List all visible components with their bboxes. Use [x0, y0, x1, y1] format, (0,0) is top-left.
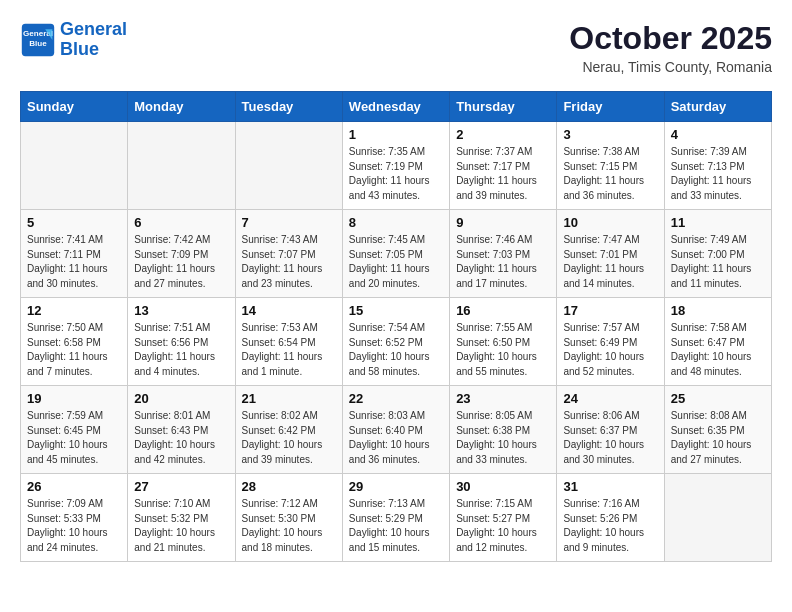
day-info: Sunrise: 7:41 AM Sunset: 7:11 PM Dayligh…	[27, 233, 121, 291]
day-number: 15	[349, 303, 443, 318]
calendar-week-row: 19Sunrise: 7:59 AM Sunset: 6:45 PM Dayli…	[21, 386, 772, 474]
day-number: 19	[27, 391, 121, 406]
calendar-day-cell: 17Sunrise: 7:57 AM Sunset: 6:49 PM Dayli…	[557, 298, 664, 386]
day-info: Sunrise: 8:05 AM Sunset: 6:38 PM Dayligh…	[456, 409, 550, 467]
calendar-day-cell	[21, 122, 128, 210]
page-header: General Blue General Blue October 2025 N…	[20, 20, 772, 75]
day-info: Sunrise: 8:08 AM Sunset: 6:35 PM Dayligh…	[671, 409, 765, 467]
calendar-day-cell: 26Sunrise: 7:09 AM Sunset: 5:33 PM Dayli…	[21, 474, 128, 562]
day-number: 12	[27, 303, 121, 318]
day-number: 9	[456, 215, 550, 230]
calendar-day-cell: 30Sunrise: 7:15 AM Sunset: 5:27 PM Dayli…	[450, 474, 557, 562]
day-number: 4	[671, 127, 765, 142]
calendar-day-cell: 29Sunrise: 7:13 AM Sunset: 5:29 PM Dayli…	[342, 474, 449, 562]
day-info: Sunrise: 7:35 AM Sunset: 7:19 PM Dayligh…	[349, 145, 443, 203]
calendar-day-cell	[235, 122, 342, 210]
day-info: Sunrise: 7:57 AM Sunset: 6:49 PM Dayligh…	[563, 321, 657, 379]
day-info: Sunrise: 7:39 AM Sunset: 7:13 PM Dayligh…	[671, 145, 765, 203]
day-info: Sunrise: 7:45 AM Sunset: 7:05 PM Dayligh…	[349, 233, 443, 291]
day-number: 25	[671, 391, 765, 406]
day-info: Sunrise: 7:12 AM Sunset: 5:30 PM Dayligh…	[242, 497, 336, 555]
day-number: 26	[27, 479, 121, 494]
day-of-week-header: Monday	[128, 92, 235, 122]
logo: General Blue General Blue	[20, 20, 127, 60]
day-info: Sunrise: 7:42 AM Sunset: 7:09 PM Dayligh…	[134, 233, 228, 291]
day-number: 20	[134, 391, 228, 406]
day-of-week-header: Wednesday	[342, 92, 449, 122]
day-info: Sunrise: 7:09 AM Sunset: 5:33 PM Dayligh…	[27, 497, 121, 555]
calendar-day-cell: 8Sunrise: 7:45 AM Sunset: 7:05 PM Daylig…	[342, 210, 449, 298]
day-info: Sunrise: 7:49 AM Sunset: 7:00 PM Dayligh…	[671, 233, 765, 291]
calendar-day-cell	[664, 474, 771, 562]
calendar-day-cell: 16Sunrise: 7:55 AM Sunset: 6:50 PM Dayli…	[450, 298, 557, 386]
days-of-week-row: SundayMondayTuesdayWednesdayThursdayFrid…	[21, 92, 772, 122]
title-block: October 2025 Nerau, Timis County, Romani…	[569, 20, 772, 75]
day-info: Sunrise: 8:03 AM Sunset: 6:40 PM Dayligh…	[349, 409, 443, 467]
month-title: October 2025	[569, 20, 772, 57]
calendar-day-cell: 19Sunrise: 7:59 AM Sunset: 6:45 PM Dayli…	[21, 386, 128, 474]
day-number: 17	[563, 303, 657, 318]
day-number: 14	[242, 303, 336, 318]
calendar-day-cell: 25Sunrise: 8:08 AM Sunset: 6:35 PM Dayli…	[664, 386, 771, 474]
day-info: Sunrise: 8:01 AM Sunset: 6:43 PM Dayligh…	[134, 409, 228, 467]
day-info: Sunrise: 7:51 AM Sunset: 6:56 PM Dayligh…	[134, 321, 228, 379]
calendar-day-cell: 22Sunrise: 8:03 AM Sunset: 6:40 PM Dayli…	[342, 386, 449, 474]
day-info: Sunrise: 7:37 AM Sunset: 7:17 PM Dayligh…	[456, 145, 550, 203]
calendar-day-cell: 4Sunrise: 7:39 AM Sunset: 7:13 PM Daylig…	[664, 122, 771, 210]
day-number: 6	[134, 215, 228, 230]
calendar-day-cell: 21Sunrise: 8:02 AM Sunset: 6:42 PM Dayli…	[235, 386, 342, 474]
day-info: Sunrise: 7:59 AM Sunset: 6:45 PM Dayligh…	[27, 409, 121, 467]
calendar-day-cell: 12Sunrise: 7:50 AM Sunset: 6:58 PM Dayli…	[21, 298, 128, 386]
calendar-day-cell: 15Sunrise: 7:54 AM Sunset: 6:52 PM Dayli…	[342, 298, 449, 386]
calendar-day-cell: 20Sunrise: 8:01 AM Sunset: 6:43 PM Dayli…	[128, 386, 235, 474]
calendar-day-cell: 3Sunrise: 7:38 AM Sunset: 7:15 PM Daylig…	[557, 122, 664, 210]
day-info: Sunrise: 8:02 AM Sunset: 6:42 PM Dayligh…	[242, 409, 336, 467]
day-number: 16	[456, 303, 550, 318]
day-number: 11	[671, 215, 765, 230]
day-of-week-header: Friday	[557, 92, 664, 122]
day-info: Sunrise: 7:46 AM Sunset: 7:03 PM Dayligh…	[456, 233, 550, 291]
calendar-day-cell: 27Sunrise: 7:10 AM Sunset: 5:32 PM Dayli…	[128, 474, 235, 562]
day-info: Sunrise: 7:38 AM Sunset: 7:15 PM Dayligh…	[563, 145, 657, 203]
day-number: 22	[349, 391, 443, 406]
day-number: 5	[27, 215, 121, 230]
day-number: 1	[349, 127, 443, 142]
day-number: 24	[563, 391, 657, 406]
svg-text:Blue: Blue	[29, 39, 47, 48]
location-subtitle: Nerau, Timis County, Romania	[569, 59, 772, 75]
day-info: Sunrise: 8:06 AM Sunset: 6:37 PM Dayligh…	[563, 409, 657, 467]
day-number: 27	[134, 479, 228, 494]
day-number: 8	[349, 215, 443, 230]
logo-text: General Blue	[60, 20, 127, 60]
day-info: Sunrise: 7:47 AM Sunset: 7:01 PM Dayligh…	[563, 233, 657, 291]
calendar-day-cell: 6Sunrise: 7:42 AM Sunset: 7:09 PM Daylig…	[128, 210, 235, 298]
calendar-day-cell: 7Sunrise: 7:43 AM Sunset: 7:07 PM Daylig…	[235, 210, 342, 298]
day-of-week-header: Saturday	[664, 92, 771, 122]
day-number: 29	[349, 479, 443, 494]
calendar-header: SundayMondayTuesdayWednesdayThursdayFrid…	[21, 92, 772, 122]
calendar-day-cell: 28Sunrise: 7:12 AM Sunset: 5:30 PM Dayli…	[235, 474, 342, 562]
calendar-day-cell: 11Sunrise: 7:49 AM Sunset: 7:00 PM Dayli…	[664, 210, 771, 298]
calendar-day-cell: 14Sunrise: 7:53 AM Sunset: 6:54 PM Dayli…	[235, 298, 342, 386]
day-number: 23	[456, 391, 550, 406]
day-of-week-header: Sunday	[21, 92, 128, 122]
day-of-week-header: Tuesday	[235, 92, 342, 122]
day-number: 3	[563, 127, 657, 142]
calendar-day-cell: 18Sunrise: 7:58 AM Sunset: 6:47 PM Dayli…	[664, 298, 771, 386]
calendar-day-cell: 24Sunrise: 8:06 AM Sunset: 6:37 PM Dayli…	[557, 386, 664, 474]
calendar-week-row: 26Sunrise: 7:09 AM Sunset: 5:33 PM Dayli…	[21, 474, 772, 562]
calendar-week-row: 12Sunrise: 7:50 AM Sunset: 6:58 PM Dayli…	[21, 298, 772, 386]
day-number: 18	[671, 303, 765, 318]
day-number: 10	[563, 215, 657, 230]
calendar-day-cell: 13Sunrise: 7:51 AM Sunset: 6:56 PM Dayli…	[128, 298, 235, 386]
day-info: Sunrise: 7:43 AM Sunset: 7:07 PM Dayligh…	[242, 233, 336, 291]
day-info: Sunrise: 7:13 AM Sunset: 5:29 PM Dayligh…	[349, 497, 443, 555]
day-info: Sunrise: 7:15 AM Sunset: 5:27 PM Dayligh…	[456, 497, 550, 555]
day-of-week-header: Thursday	[450, 92, 557, 122]
calendar-week-row: 5Sunrise: 7:41 AM Sunset: 7:11 PM Daylig…	[21, 210, 772, 298]
logo-icon: General Blue	[20, 22, 56, 58]
day-info: Sunrise: 7:54 AM Sunset: 6:52 PM Dayligh…	[349, 321, 443, 379]
calendar-body: 1Sunrise: 7:35 AM Sunset: 7:19 PM Daylig…	[21, 122, 772, 562]
day-info: Sunrise: 7:50 AM Sunset: 6:58 PM Dayligh…	[27, 321, 121, 379]
calendar-day-cell: 31Sunrise: 7:16 AM Sunset: 5:26 PM Dayli…	[557, 474, 664, 562]
